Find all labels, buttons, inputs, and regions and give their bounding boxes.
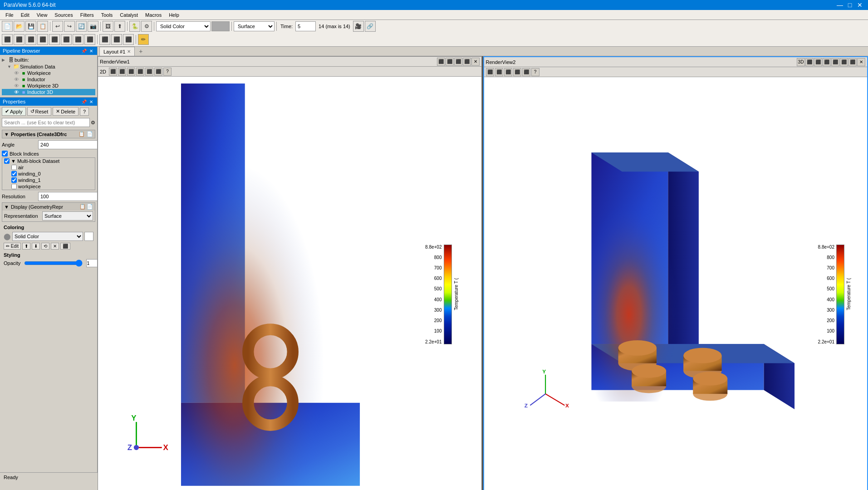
resolution-input[interactable] — [38, 192, 97, 201]
nav-btn9[interactable]: ⬛ — [99, 34, 110, 45]
tab-layout1[interactable]: Layout #1 ✕ — [99, 47, 135, 56]
help-button[interactable]: ? — [80, 108, 89, 116]
props-pin-btn[interactable]: 📌 — [81, 98, 87, 105]
rv2-btn6[interactable]: ⬛ — [840, 58, 848, 66]
search-settings-btn[interactable]: ⚙ — [91, 120, 95, 126]
undo-btn[interactable]: ↩ — [52, 21, 63, 32]
close-button[interactable]: ✕ — [855, 0, 864, 10]
add-layout-btn[interactable]: + — [136, 47, 146, 56]
rv1-btn2[interactable]: ⬛ — [446, 58, 454, 66]
rv1-btn3[interactable]: ⬛ — [454, 58, 462, 66]
search-input[interactable] — [2, 118, 90, 127]
rv2-btn5[interactable]: ⬛ — [831, 58, 839, 66]
nav-btn3[interactable]: ⬛ — [25, 34, 36, 45]
refresh-btn[interactable]: 🔄 — [76, 21, 87, 32]
save-btn[interactable]: 💾 — [25, 21, 36, 32]
coloring-select[interactable]: Solid Color — [12, 232, 83, 241]
winding0-checkbox[interactable] — [11, 171, 17, 176]
props-section-copy[interactable]: 📄 — [87, 131, 93, 137]
tree-item-inductor3d[interactable]: 👁 ■ Inductor 3D — [2, 89, 95, 95]
eye-workpiece[interactable]: 👁 — [13, 70, 20, 76]
tab-layout1-close[interactable]: ✕ — [127, 49, 131, 54]
tree-item-builtin[interactable]: ▶ 🗄 builtin: — [2, 57, 95, 63]
display-new-btn[interactable]: 📄 — [87, 204, 93, 210]
color-btn5[interactable]: ✕ — [51, 243, 59, 250]
rv1-2d-btn4[interactable]: ⬛ — [136, 68, 144, 76]
rv2-3d-btn4[interactable]: ⬛ — [513, 68, 521, 76]
color-btn4[interactable]: ⟲ — [41, 243, 49, 250]
color-input[interactable] — [211, 21, 230, 31]
eye-inductor[interactable]: 👁 — [13, 77, 20, 82]
redo-btn[interactable]: ↪ — [64, 21, 75, 32]
rv2-3d-btn5[interactable]: ⬛ — [522, 68, 530, 76]
representation-select[interactable]: Surface — [42, 211, 93, 220]
menu-filters[interactable]: Filters — [77, 11, 98, 19]
minimize-button[interactable]: — — [835, 0, 844, 10]
python-btn[interactable]: 🐍 — [129, 21, 140, 32]
winding1-checkbox[interactable] — [11, 177, 17, 183]
new-btn[interactable]: 📄 — [2, 21, 13, 32]
color-swatch[interactable] — [84, 232, 93, 241]
color-edit-btn[interactable]: ✏ Edit — [4, 243, 21, 250]
color-btn3[interactable]: ⬇ — [32, 243, 40, 250]
props-section-icons[interactable]: 📋 — [78, 131, 85, 137]
menu-macros[interactable]: Macros — [142, 11, 165, 19]
tree-item-workpiece3d[interactable]: 👁 ■ Workpiece 3D — [2, 83, 95, 89]
rv1-2d-btn3[interactable]: ⬛ — [127, 68, 135, 76]
rv1-2d-btn1[interactable]: ⬛ — [109, 68, 117, 76]
camera-small-btn[interactable]: 🎥 — [353, 21, 364, 32]
menu-tools[interactable]: Tools — [98, 11, 117, 19]
rv2-btn2[interactable]: ⬛ — [805, 58, 814, 66]
menu-file[interactable]: File — [2, 11, 17, 19]
rv2-btn1[interactable]: 3D — [797, 58, 805, 66]
nav-btn1[interactable]: ⬛ — [2, 34, 13, 45]
apply-button[interactable]: ✔ Apply — [2, 107, 26, 116]
representation-dropdown[interactable]: Surface — [234, 21, 275, 31]
rv2-3d-btn3[interactable]: ⬛ — [504, 68, 512, 76]
air-checkbox[interactable] — [11, 165, 17, 170]
pipeline-close-btn[interactable]: ✕ — [88, 48, 94, 54]
rv2-close[interactable]: ✕ — [857, 58, 865, 66]
camera-btn[interactable]: 📷 — [88, 21, 98, 32]
rv1-2d-btn2[interactable]: ⬛ — [118, 68, 126, 76]
rv2-3d-btn2[interactable]: ⬛ — [495, 68, 503, 76]
rv1-2d-btn7[interactable]: ? — [163, 68, 172, 76]
time-input[interactable] — [295, 21, 316, 31]
menu-help[interactable]: Help — [165, 11, 183, 19]
block-workpiece[interactable]: workpiece — [2, 183, 95, 190]
render-canvas-1[interactable]: Y X Z 8.8e+02 800 700 600 50 — [98, 77, 481, 490]
block-air[interactable]: air — [2, 164, 95, 171]
nav-btn7[interactable]: ⬛ — [73, 34, 83, 45]
rv2-btn4[interactable]: ⬛ — [823, 58, 831, 66]
menu-catalyst[interactable]: Catalyst — [116, 11, 142, 19]
block-winding1[interactable]: winding_1 — [2, 177, 95, 183]
nav-btn4[interactable]: ⬛ — [37, 34, 48, 45]
eye-workpiece3d[interactable]: 👁 — [13, 83, 20, 88]
rv1-btn1[interactable]: ⬛ — [437, 58, 445, 66]
nav-btn6[interactable]: ⬛ — [61, 34, 72, 45]
nav-btn2[interactable]: ⬛ — [14, 34, 25, 45]
nav-btn11[interactable]: ⬛ — [123, 34, 134, 45]
color-btn2[interactable]: ⬆ — [22, 243, 30, 250]
render-canvas-2[interactable]: Y X Z 8.8e+02 800 700 600 500 — [484, 77, 868, 490]
angle-input[interactable] — [38, 140, 97, 149]
rv1-btn4[interactable]: ⬛ — [463, 58, 471, 66]
opacity-value[interactable] — [86, 259, 97, 267]
color-btn6[interactable]: ⬛ — [60, 243, 70, 250]
rv2-btn3[interactable]: ⬛ — [814, 58, 822, 66]
maximize-button[interactable]: □ — [845, 0, 854, 10]
coloring-dropdown[interactable]: Solid Color — [156, 21, 211, 31]
settings-btn[interactable]: ⚙ — [141, 21, 152, 32]
pipeline-pin-btn[interactable]: 📌 — [81, 48, 87, 54]
select-btn[interactable]: ✏ — [138, 34, 149, 45]
open-btn[interactable]: 📂 — [14, 21, 25, 32]
nav-btn5[interactable]: ⬛ — [49, 34, 60, 45]
block-winding0[interactable]: winding_0 — [2, 171, 95, 177]
props-close-btn[interactable]: ✕ — [88, 98, 94, 105]
export-btn[interactable]: ⬆ — [114, 21, 125, 32]
multi-block-checkbox[interactable] — [4, 158, 10, 164]
block-indices-checkbox[interactable] — [2, 151, 8, 157]
rv2-3d-btn1[interactable]: ⬛ — [486, 68, 494, 76]
opacity-slider[interactable] — [24, 260, 83, 267]
display-copy-btn[interactable]: 📋 — [79, 204, 86, 210]
